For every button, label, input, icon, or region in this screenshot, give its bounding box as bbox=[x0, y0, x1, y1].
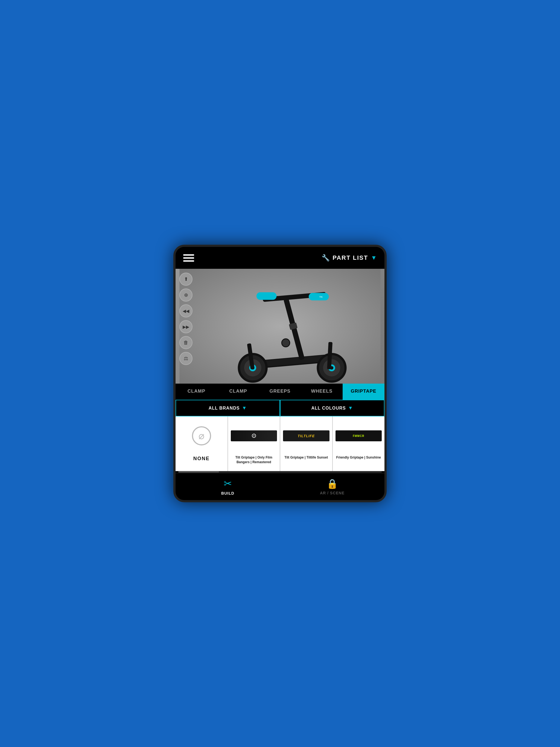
bottom-navigation: ✂ BUILD 🔒 AR / SCENE bbox=[176, 473, 384, 500]
product-name-tilt1: Tilt Griptape | Only Film Bangers | Rema… bbox=[231, 455, 277, 465]
colours-chevron-icon: ▼ bbox=[348, 405, 353, 411]
nav-build[interactable]: ✂ BUILD bbox=[176, 473, 280, 500]
friendly-banner-text: FMMCR bbox=[353, 435, 364, 437]
svg-text:TK: TK bbox=[320, 295, 323, 298]
category-tabs: CLAMP CLAMP GREEPS WHEELS GRIPTAPE bbox=[176, 384, 384, 400]
target-icon: ⊕ bbox=[184, 292, 188, 298]
nav-ar-scene[interactable]: 🔒 AR / SCENE bbox=[280, 473, 384, 500]
part-list-label: PART LIST bbox=[332, 254, 368, 261]
share-icon: ⬆ bbox=[184, 276, 188, 282]
svg-point-18 bbox=[282, 339, 289, 347]
brands-filter-label: ALL BRANDS bbox=[209, 406, 240, 411]
product-image-tilt2: TILTLIFE bbox=[283, 421, 330, 451]
product-image-friendly: FMMCR bbox=[335, 421, 382, 451]
product-image-none: ⌀ bbox=[178, 421, 225, 451]
undo-icon: ◀◀ bbox=[183, 308, 189, 314]
lock-icon: 🔒 bbox=[327, 478, 338, 489]
scroll-track bbox=[178, 471, 382, 472]
product-name-friendly: Friendly Griptape | Sunshine bbox=[336, 455, 381, 460]
product-card-tilt1[interactable]: ⊙ Tilt Griptape | Only Film Bangers | Re… bbox=[228, 416, 280, 471]
build-icon: ✂ bbox=[224, 478, 232, 489]
ar-label: AR / SCENE bbox=[320, 491, 345, 495]
slash-icon: ⌀ bbox=[199, 430, 205, 442]
product-card-none[interactable]: ⌀ NONE bbox=[176, 416, 228, 471]
delete-button[interactable]: 🗑 bbox=[179, 336, 193, 349]
brands-chevron-icon: ▼ bbox=[242, 405, 247, 411]
scroll-thumb bbox=[178, 471, 219, 472]
product-card-tilt2[interactable]: TILTLIFE Tilt Griptape | Tiltlife Sunset bbox=[280, 416, 332, 471]
hamburger-menu[interactable] bbox=[183, 254, 194, 262]
svg-rect-15 bbox=[256, 292, 277, 300]
trash-icon: 🗑 bbox=[183, 340, 188, 345]
redo-button[interactable]: ▶▶ bbox=[179, 320, 193, 333]
chevron-down-icon: ▼ bbox=[371, 254, 377, 261]
header: 🔧 PART LIST ▼ bbox=[176, 247, 384, 269]
product-card-friendly[interactable]: FMMCR Friendly Griptape | Sunshine bbox=[333, 416, 385, 471]
tab-wheels[interactable]: WHEELS bbox=[301, 384, 342, 400]
colours-filter-label: ALL COLOURS bbox=[311, 406, 346, 411]
product-banner-tilt1: ⊙ bbox=[231, 430, 277, 441]
scooter-image: TK bbox=[176, 269, 384, 384]
hamburger-line-2 bbox=[183, 257, 194, 259]
product-banner-friendly: FMMCR bbox=[335, 430, 382, 441]
colours-filter-button[interactable]: ALL COLOURS ▼ bbox=[280, 400, 384, 416]
product-grid: ⌀ NONE ⊙ Tilt Griptape | Only Film Bange… bbox=[176, 416, 384, 471]
part-list-button[interactable]: 🔧 PART LIST ▼ bbox=[322, 254, 377, 262]
product-name-tilt2: Tilt Griptape | Tiltlife Sunset bbox=[284, 455, 328, 460]
build-label: BUILD bbox=[221, 491, 234, 495]
none-icon: ⌀ bbox=[192, 426, 211, 445]
tab-griptape[interactable]: GRIPTAPE bbox=[342, 384, 384, 400]
product-banner-tilt2: TILTLIFE bbox=[283, 430, 330, 441]
tilt2-banner-text: TILTLIFE bbox=[298, 434, 315, 438]
redo-icon: ▶▶ bbox=[183, 324, 189, 330]
hamburger-line-1 bbox=[183, 254, 194, 256]
undo-button[interactable]: ◀◀ bbox=[179, 304, 193, 317]
side-toolbar: ⬆ ⊕ ◀◀ ▶▶ 🗑 ⚖ bbox=[179, 273, 193, 365]
filters-bar: ALL BRANDS ▼ ALL COLOURS ▼ bbox=[176, 400, 384, 416]
weight-button[interactable]: ⚖ bbox=[179, 352, 193, 365]
device-frame: 🔧 PART LIST ▼ bbox=[173, 245, 387, 502]
product-name-none: NONE bbox=[193, 455, 210, 462]
wrench-icon: 🔧 bbox=[322, 254, 330, 262]
target-button[interactable]: ⊕ bbox=[179, 288, 193, 302]
svg-rect-16 bbox=[309, 293, 329, 300]
scooter-background: TK bbox=[176, 269, 384, 384]
scale-icon: ⚖ bbox=[184, 356, 188, 361]
tab-clamp2[interactable]: CLAMP bbox=[218, 384, 259, 400]
hamburger-line-3 bbox=[183, 260, 194, 262]
tab-clamp1[interactable]: CLAMP bbox=[176, 384, 218, 400]
tilt1-banner-text: ⊙ bbox=[251, 432, 256, 439]
product-image-tilt1: ⊙ bbox=[231, 421, 277, 451]
brands-filter-button[interactable]: ALL BRANDS ▼ bbox=[176, 400, 280, 416]
tab-greeps[interactable]: GREEPS bbox=[259, 384, 301, 400]
share-button[interactable]: ⬆ bbox=[179, 273, 193, 286]
scooter-preview: TK ⬆ ⊕ ◀◀ ▶▶ 🗑 ⚖ bbox=[176, 269, 384, 384]
